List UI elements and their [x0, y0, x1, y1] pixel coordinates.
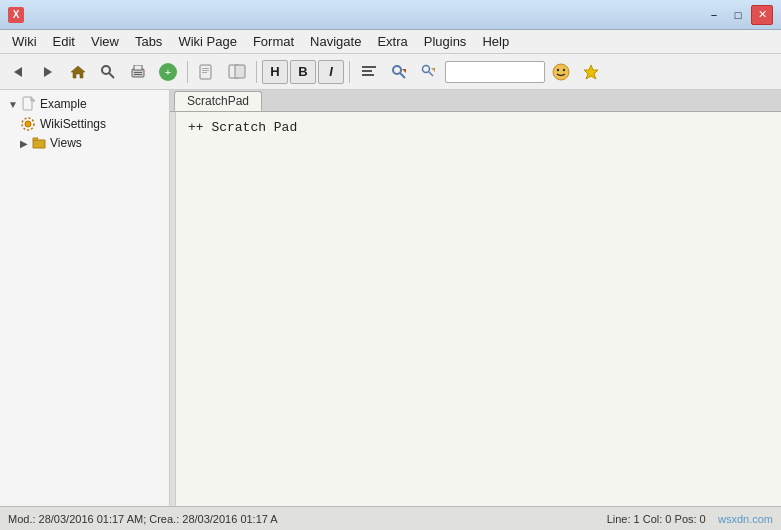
- menu-tabs[interactable]: Tabs: [127, 32, 170, 51]
- search-input[interactable]: [445, 61, 545, 83]
- svg-rect-10: [202, 68, 209, 69]
- sidebar-item-views[interactable]: ▶ Views: [0, 134, 169, 152]
- main-layout: ▼ Example WikiSettings ▶ Views: [0, 90, 781, 506]
- settings-icon: [20, 116, 36, 132]
- find-button[interactable]: [94, 59, 122, 85]
- svg-marker-27: [584, 65, 598, 79]
- svg-rect-6: [134, 72, 142, 73]
- expand-icon: ▼: [8, 99, 18, 110]
- heading-button[interactable]: H: [262, 60, 288, 84]
- svg-rect-17: [362, 74, 374, 76]
- menu-format[interactable]: Format: [245, 32, 302, 51]
- svg-line-19: [400, 73, 405, 78]
- svg-point-26: [563, 68, 565, 70]
- menu-view[interactable]: View: [83, 32, 127, 51]
- svg-marker-20: [402, 69, 406, 73]
- svg-rect-8: [134, 65, 142, 70]
- tabs-bar: ScratchPad: [170, 90, 781, 112]
- print-button[interactable]: [124, 59, 152, 85]
- toolbar: + H B I: [0, 54, 781, 90]
- folder-icon: [32, 137, 46, 149]
- title-controls: − □ ✕: [703, 5, 773, 25]
- minimize-button[interactable]: −: [703, 5, 725, 25]
- expand-icon-views: ▶: [20, 138, 28, 149]
- editor-container: ++ Scratch Pad: [170, 112, 781, 506]
- svg-point-3: [102, 66, 110, 74]
- line-info: Line: 1 Col: 0 Pos: 0 wsxdn.com: [607, 513, 773, 525]
- sidebar-item-example[interactable]: ▼ Example: [0, 94, 169, 114]
- italic-button[interactable]: I: [318, 60, 344, 84]
- svg-marker-23: [431, 68, 435, 72]
- app-icon: X: [8, 7, 24, 23]
- title-bar-left: X: [8, 7, 24, 23]
- menu-plugins[interactable]: Plugins: [416, 32, 475, 51]
- brand-label: wsxdn.com: [718, 513, 773, 525]
- svg-marker-1: [44, 67, 52, 77]
- example-label: Example: [40, 97, 87, 111]
- menu-bar: Wiki Edit View Tabs Wiki Page Format Nav…: [0, 30, 781, 54]
- editor-content[interactable]: ++ Scratch Pad: [176, 112, 781, 506]
- sidebar-item-wikisettings[interactable]: WikiSettings: [0, 114, 169, 134]
- new-icon: +: [159, 63, 177, 81]
- forward-button[interactable]: [34, 59, 62, 85]
- svg-point-30: [25, 121, 31, 127]
- back-button[interactable]: [4, 59, 32, 85]
- search-replace-button[interactable]: [415, 59, 443, 85]
- menu-edit[interactable]: Edit: [45, 32, 83, 51]
- svg-point-21: [423, 65, 430, 72]
- menu-wiki-page[interactable]: Wiki Page: [170, 32, 245, 51]
- svg-line-22: [429, 72, 433, 76]
- svg-point-24: [553, 64, 569, 80]
- svg-rect-7: [134, 74, 142, 75]
- maximize-button[interactable]: □: [727, 5, 749, 25]
- align-button[interactable]: [355, 59, 383, 85]
- tab-scratchpad[interactable]: ScratchPad: [174, 91, 262, 111]
- new-button[interactable]: +: [154, 59, 182, 85]
- wikisettings-label: WikiSettings: [40, 117, 106, 131]
- svg-point-25: [557, 68, 559, 70]
- page-icon: [22, 96, 36, 112]
- home-button[interactable]: [64, 59, 92, 85]
- separator-2: [256, 61, 257, 83]
- separator-1: [187, 61, 188, 83]
- svg-marker-29: [31, 97, 35, 101]
- title-bar: X − □ ✕: [0, 0, 781, 30]
- svg-point-18: [393, 66, 401, 74]
- svg-rect-11: [202, 70, 209, 71]
- views-label: Views: [50, 136, 82, 150]
- svg-marker-2: [71, 66, 85, 78]
- svg-rect-12: [202, 72, 207, 73]
- sidebar: ▼ Example WikiSettings ▶ Views: [0, 90, 170, 506]
- status-bar: Mod.: 28/03/2016 01:17 AM; Crea.: 28/03/…: [0, 506, 781, 530]
- menu-help[interactable]: Help: [474, 32, 517, 51]
- smiley-button[interactable]: [547, 59, 575, 85]
- menu-navigate[interactable]: Navigate: [302, 32, 369, 51]
- star-button[interactable]: [577, 59, 605, 85]
- menu-extra[interactable]: Extra: [369, 32, 415, 51]
- svg-rect-14: [235, 65, 245, 78]
- close-button[interactable]: ✕: [751, 5, 773, 25]
- separator-3: [349, 61, 350, 83]
- svg-rect-16: [362, 70, 372, 72]
- page-btn-2[interactable]: [223, 59, 251, 85]
- svg-rect-15: [362, 66, 376, 68]
- status-text: Mod.: 28/03/2016 01:17 AM; Crea.: 28/03/…: [8, 513, 278, 525]
- menu-wiki[interactable]: Wiki: [4, 32, 45, 51]
- search-forward-button[interactable]: [385, 59, 413, 85]
- page-btn-1[interactable]: [193, 59, 221, 85]
- bold-button[interactable]: B: [290, 60, 316, 84]
- svg-line-4: [109, 73, 114, 78]
- svg-marker-0: [14, 67, 22, 77]
- content-area: ScratchPad ++ Scratch Pad: [170, 90, 781, 506]
